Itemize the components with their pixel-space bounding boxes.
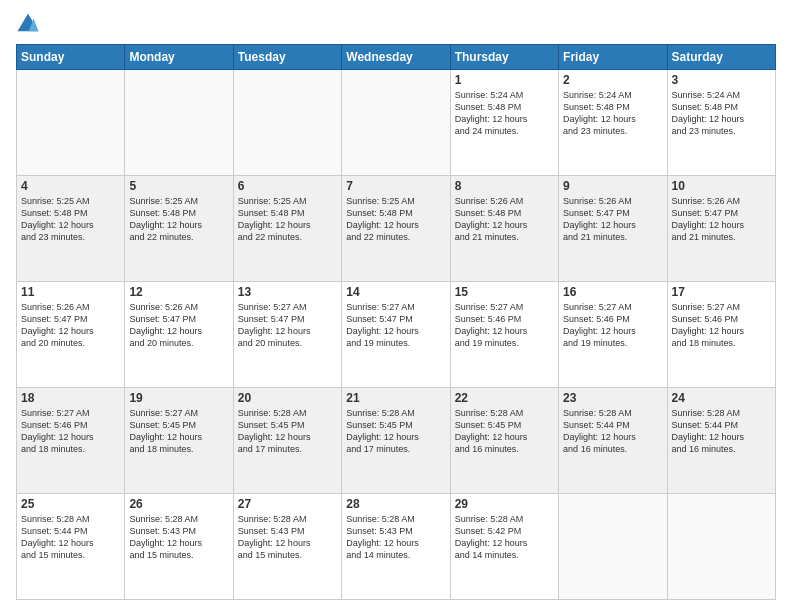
- day-info: Sunrise: 5:26 AM Sunset: 5:47 PM Dayligh…: [672, 195, 771, 244]
- calendar-day-header: Sunday: [17, 45, 125, 70]
- day-info: Sunrise: 5:24 AM Sunset: 5:48 PM Dayligh…: [672, 89, 771, 138]
- day-info: Sunrise: 5:27 AM Sunset: 5:46 PM Dayligh…: [21, 407, 120, 456]
- day-info: Sunrise: 5:28 AM Sunset: 5:43 PM Dayligh…: [238, 513, 337, 562]
- day-info: Sunrise: 5:28 AM Sunset: 5:44 PM Dayligh…: [21, 513, 120, 562]
- day-info: Sunrise: 5:26 AM Sunset: 5:48 PM Dayligh…: [455, 195, 554, 244]
- day-info: Sunrise: 5:28 AM Sunset: 5:45 PM Dayligh…: [238, 407, 337, 456]
- calendar-day-header: Friday: [559, 45, 667, 70]
- day-number: 19: [129, 391, 228, 405]
- page: SundayMondayTuesdayWednesdayThursdayFrid…: [0, 0, 792, 612]
- day-info: Sunrise: 5:25 AM Sunset: 5:48 PM Dayligh…: [129, 195, 228, 244]
- day-number: 6: [238, 179, 337, 193]
- day-number: 8: [455, 179, 554, 193]
- calendar-cell: 14Sunrise: 5:27 AM Sunset: 5:47 PM Dayli…: [342, 282, 450, 388]
- calendar-cell: 11Sunrise: 5:26 AM Sunset: 5:47 PM Dayli…: [17, 282, 125, 388]
- day-number: 22: [455, 391, 554, 405]
- day-info: Sunrise: 5:27 AM Sunset: 5:45 PM Dayligh…: [129, 407, 228, 456]
- day-number: 3: [672, 73, 771, 87]
- day-number: 15: [455, 285, 554, 299]
- day-number: 20: [238, 391, 337, 405]
- day-number: 13: [238, 285, 337, 299]
- day-number: 2: [563, 73, 662, 87]
- day-info: Sunrise: 5:28 AM Sunset: 5:45 PM Dayligh…: [455, 407, 554, 456]
- day-number: 23: [563, 391, 662, 405]
- day-number: 25: [21, 497, 120, 511]
- day-info: Sunrise: 5:27 AM Sunset: 5:47 PM Dayligh…: [238, 301, 337, 350]
- day-info: Sunrise: 5:26 AM Sunset: 5:47 PM Dayligh…: [563, 195, 662, 244]
- calendar-cell: 25Sunrise: 5:28 AM Sunset: 5:44 PM Dayli…: [17, 494, 125, 600]
- calendar-week-row: 25Sunrise: 5:28 AM Sunset: 5:44 PM Dayli…: [17, 494, 776, 600]
- day-info: Sunrise: 5:28 AM Sunset: 5:45 PM Dayligh…: [346, 407, 445, 456]
- calendar-week-row: 4Sunrise: 5:25 AM Sunset: 5:48 PM Daylig…: [17, 176, 776, 282]
- calendar-day-header: Tuesday: [233, 45, 341, 70]
- calendar-cell: 2Sunrise: 5:24 AM Sunset: 5:48 PM Daylig…: [559, 70, 667, 176]
- calendar-week-row: 18Sunrise: 5:27 AM Sunset: 5:46 PM Dayli…: [17, 388, 776, 494]
- calendar-cell: 3Sunrise: 5:24 AM Sunset: 5:48 PM Daylig…: [667, 70, 775, 176]
- day-number: 4: [21, 179, 120, 193]
- calendar-cell: 1Sunrise: 5:24 AM Sunset: 5:48 PM Daylig…: [450, 70, 558, 176]
- day-number: 27: [238, 497, 337, 511]
- calendar-cell: 7Sunrise: 5:25 AM Sunset: 5:48 PM Daylig…: [342, 176, 450, 282]
- day-info: Sunrise: 5:25 AM Sunset: 5:48 PM Dayligh…: [238, 195, 337, 244]
- calendar-cell: 28Sunrise: 5:28 AM Sunset: 5:43 PM Dayli…: [342, 494, 450, 600]
- day-info: Sunrise: 5:28 AM Sunset: 5:42 PM Dayligh…: [455, 513, 554, 562]
- calendar-week-row: 1Sunrise: 5:24 AM Sunset: 5:48 PM Daylig…: [17, 70, 776, 176]
- day-number: 11: [21, 285, 120, 299]
- day-number: 1: [455, 73, 554, 87]
- calendar-cell: 12Sunrise: 5:26 AM Sunset: 5:47 PM Dayli…: [125, 282, 233, 388]
- calendar-cell: 23Sunrise: 5:28 AM Sunset: 5:44 PM Dayli…: [559, 388, 667, 494]
- day-number: 26: [129, 497, 228, 511]
- calendar-cell: 18Sunrise: 5:27 AM Sunset: 5:46 PM Dayli…: [17, 388, 125, 494]
- calendar-cell: 22Sunrise: 5:28 AM Sunset: 5:45 PM Dayli…: [450, 388, 558, 494]
- calendar-cell: 29Sunrise: 5:28 AM Sunset: 5:42 PM Dayli…: [450, 494, 558, 600]
- calendar-cell: 20Sunrise: 5:28 AM Sunset: 5:45 PM Dayli…: [233, 388, 341, 494]
- header: [16, 12, 776, 36]
- calendar-day-header: Thursday: [450, 45, 558, 70]
- day-info: Sunrise: 5:24 AM Sunset: 5:48 PM Dayligh…: [563, 89, 662, 138]
- calendar-cell: [125, 70, 233, 176]
- day-number: 18: [21, 391, 120, 405]
- day-info: Sunrise: 5:26 AM Sunset: 5:47 PM Dayligh…: [129, 301, 228, 350]
- day-info: Sunrise: 5:27 AM Sunset: 5:46 PM Dayligh…: [563, 301, 662, 350]
- day-info: Sunrise: 5:27 AM Sunset: 5:47 PM Dayligh…: [346, 301, 445, 350]
- calendar-cell: [233, 70, 341, 176]
- calendar-cell: 4Sunrise: 5:25 AM Sunset: 5:48 PM Daylig…: [17, 176, 125, 282]
- calendar-header-row: SundayMondayTuesdayWednesdayThursdayFrid…: [17, 45, 776, 70]
- day-info: Sunrise: 5:27 AM Sunset: 5:46 PM Dayligh…: [455, 301, 554, 350]
- calendar-cell: 27Sunrise: 5:28 AM Sunset: 5:43 PM Dayli…: [233, 494, 341, 600]
- day-info: Sunrise: 5:28 AM Sunset: 5:44 PM Dayligh…: [672, 407, 771, 456]
- day-info: Sunrise: 5:27 AM Sunset: 5:46 PM Dayligh…: [672, 301, 771, 350]
- day-number: 28: [346, 497, 445, 511]
- day-info: Sunrise: 5:28 AM Sunset: 5:44 PM Dayligh…: [563, 407, 662, 456]
- calendar-cell: 8Sunrise: 5:26 AM Sunset: 5:48 PM Daylig…: [450, 176, 558, 282]
- calendar-week-row: 11Sunrise: 5:26 AM Sunset: 5:47 PM Dayli…: [17, 282, 776, 388]
- day-number: 24: [672, 391, 771, 405]
- day-info: Sunrise: 5:28 AM Sunset: 5:43 PM Dayligh…: [129, 513, 228, 562]
- calendar-cell: 21Sunrise: 5:28 AM Sunset: 5:45 PM Dayli…: [342, 388, 450, 494]
- day-number: 29: [455, 497, 554, 511]
- day-number: 14: [346, 285, 445, 299]
- calendar-cell: 10Sunrise: 5:26 AM Sunset: 5:47 PM Dayli…: [667, 176, 775, 282]
- day-info: Sunrise: 5:24 AM Sunset: 5:48 PM Dayligh…: [455, 89, 554, 138]
- calendar-day-header: Monday: [125, 45, 233, 70]
- day-number: 7: [346, 179, 445, 193]
- day-info: Sunrise: 5:25 AM Sunset: 5:48 PM Dayligh…: [21, 195, 120, 244]
- day-number: 9: [563, 179, 662, 193]
- calendar-cell: [559, 494, 667, 600]
- day-info: Sunrise: 5:25 AM Sunset: 5:48 PM Dayligh…: [346, 195, 445, 244]
- calendar-table: SundayMondayTuesdayWednesdayThursdayFrid…: [16, 44, 776, 600]
- day-info: Sunrise: 5:28 AM Sunset: 5:43 PM Dayligh…: [346, 513, 445, 562]
- calendar-cell: 17Sunrise: 5:27 AM Sunset: 5:46 PM Dayli…: [667, 282, 775, 388]
- calendar-cell: 19Sunrise: 5:27 AM Sunset: 5:45 PM Dayli…: [125, 388, 233, 494]
- calendar-cell: 5Sunrise: 5:25 AM Sunset: 5:48 PM Daylig…: [125, 176, 233, 282]
- calendar-cell: 13Sunrise: 5:27 AM Sunset: 5:47 PM Dayli…: [233, 282, 341, 388]
- day-info: Sunrise: 5:26 AM Sunset: 5:47 PM Dayligh…: [21, 301, 120, 350]
- day-number: 12: [129, 285, 228, 299]
- calendar-cell: 15Sunrise: 5:27 AM Sunset: 5:46 PM Dayli…: [450, 282, 558, 388]
- logo-icon: [16, 12, 40, 36]
- day-number: 10: [672, 179, 771, 193]
- calendar-cell: 24Sunrise: 5:28 AM Sunset: 5:44 PM Dayli…: [667, 388, 775, 494]
- logo: [16, 12, 44, 36]
- calendar-cell: [667, 494, 775, 600]
- calendar-cell: [342, 70, 450, 176]
